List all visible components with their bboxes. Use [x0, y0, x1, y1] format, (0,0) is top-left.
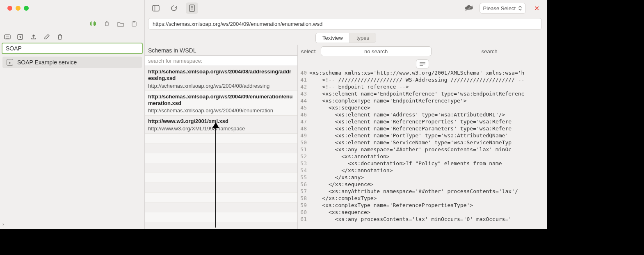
environment-select[interactable]: Please Select: [480, 3, 526, 14]
code-text: <xs:element name='EndpointReference' typ…: [309, 90, 547, 97]
url-bar[interactable]: https://schemas.xmlsoap.org/ws/2004/09/e…: [148, 18, 542, 30]
code-text: </xs:annotation>: [309, 167, 547, 174]
chevron-right-icon[interactable]: ›: [2, 221, 4, 227]
export-icon[interactable]: [30, 34, 37, 40]
code-line: 41 <!-- //////////////////// WS-Addressi…: [298, 76, 547, 83]
code-text: <xs:any namespace='##other' processConte…: [309, 146, 547, 153]
tree-item-service[interactable]: ▸ SOAP Example service: [2, 57, 142, 68]
code-text: <!-- Endpoint reference -->: [309, 83, 547, 90]
environment-select-label: Please Select: [483, 5, 516, 11]
annotation-line: [215, 125, 216, 228]
window-close[interactable]: [7, 6, 12, 11]
empty-row: [145, 163, 297, 173]
schema-row[interactable]: http://schemas.xmlsoap.org/ws/2004/08/ad…: [145, 66, 297, 91]
code-line: 55 </xs:any>: [298, 174, 547, 181]
empty-row: [145, 193, 297, 203]
code-line: 58 </xs:complexType>: [298, 195, 547, 202]
line-number: 53: [298, 160, 309, 167]
schema-row[interactable]: http://schemas.xmlsoap.org/ws/2004/09/en…: [145, 91, 297, 116]
code-view[interactable]: 40<xs:schema xmlns:xs='http://www.w3.org…: [298, 69, 547, 229]
line-number: 60: [298, 209, 309, 216]
schemas-panel: Schemas in WSDL search for namespace: ht…: [145, 45, 298, 229]
types-panel: select: no search search 40<xs:schem: [298, 45, 547, 229]
cloud-offline-icon[interactable]: [465, 5, 474, 11]
close-panel-button[interactable]: ✕: [532, 5, 542, 12]
code-text: <xs:documentation>If "Policy" elements f…: [309, 160, 547, 167]
empty-row: [145, 143, 297, 153]
edit-icon[interactable]: [43, 34, 50, 40]
window-minimize[interactable]: [16, 6, 21, 11]
line-number: 42: [298, 83, 309, 90]
sidebar: SOAP ▸ SOAP Example service ›: [0, 0, 145, 229]
line-number: 56: [298, 181, 309, 188]
schema-list: http://schemas.xmlsoap.org/ws/2004/08/ad…: [145, 66, 297, 229]
empty-row: [145, 134, 297, 143]
schema-url: http://schemas.xmlsoap.org/ws/2004/09/en…: [148, 93, 294, 107]
tab-textview[interactable]: Textview: [316, 33, 349, 43]
empty-row: [145, 222, 297, 229]
line-number: 58: [298, 195, 309, 202]
code-text: <xs:any processContents='lax' minOccurs=…: [309, 216, 547, 223]
select-label: select:: [301, 48, 317, 55]
service-tree: ▸ SOAP Example service: [0, 54, 144, 71]
project-header[interactable]: SOAP: [2, 43, 143, 54]
empty-row: [145, 153, 297, 163]
list-icon[interactable]: [4, 34, 11, 40]
code-line: 49 <xs:element name='PortType' type='wsa…: [298, 132, 547, 139]
svg-rect-1: [106, 21, 107, 22]
code-text: <xs:element name='PortType' type='wsa:At…: [309, 132, 547, 139]
svg-rect-2: [132, 22, 136, 26]
clipboard-icon[interactable]: [131, 21, 137, 27]
code-line: 48 <xs:element name='ReferenceParameters…: [298, 125, 547, 132]
service-icon: ▸: [7, 59, 13, 66]
sidebar-mini-toolbar: [0, 16, 144, 31]
battery-icon[interactable]: [104, 21, 110, 27]
code-text: <xs:anyAttribute namespace='##other' pro…: [309, 188, 547, 195]
code-line: 43 <xs:element name='EndpointReference' …: [298, 90, 547, 97]
empty-row: [145, 183, 297, 193]
code-text: <xs:element name='ReferenceParameters' t…: [309, 125, 547, 132]
search-button[interactable]: search: [436, 48, 544, 55]
line-number: 41: [298, 76, 309, 83]
code-line: 50 <xs:element name='ServiceName' type='…: [298, 139, 547, 146]
project-header-label: SOAP: [6, 45, 22, 52]
sidebar-actions: [0, 31, 144, 43]
empty-row: [145, 173, 297, 183]
svg-rect-0: [105, 22, 108, 26]
empty-row: [145, 203, 297, 212]
schema-namespace: http://www.w3.org/XML/1998/namespace: [148, 125, 294, 132]
schemas-title: Schemas in WSDL: [145, 45, 297, 55]
code-text: <xs:sequence>: [309, 104, 547, 111]
sidebar-toggle-button[interactable]: [150, 2, 162, 14]
import-icon[interactable]: [17, 34, 24, 40]
code-text: <xs:element name='ReferenceProperties' t…: [309, 118, 547, 125]
schema-row[interactable]: http://www.w3.org/2001/xml.xsdhttp://www…: [145, 116, 297, 134]
line-number: 55: [298, 174, 309, 181]
schema-url: http://schemas.xmlsoap.org/ws/2004/08/ad…: [148, 68, 294, 82]
svg-rect-11: [190, 5, 194, 11]
line-number: 48: [298, 125, 309, 132]
tab-types[interactable]: types: [349, 33, 376, 43]
code-line: 42 <!-- Endpoint reference -->: [298, 83, 547, 90]
code-line: 46 <xs:element name='Address' type='wsa:…: [298, 111, 547, 118]
search-button-label: search: [482, 48, 498, 55]
document-view-button[interactable]: [186, 2, 198, 14]
window-controls: [7, 6, 29, 11]
window-maximize[interactable]: [24, 6, 29, 11]
select-input[interactable]: no search: [321, 46, 432, 56]
schema-search-input[interactable]: search for namespace:: [145, 55, 297, 66]
activity-icon[interactable]: [90, 21, 97, 27]
wrap-toggle-button[interactable]: [416, 59, 429, 68]
code-line: 57 <xs:anyAttribute namespace='##other' …: [298, 188, 547, 195]
chevron-updown-icon: [518, 5, 522, 11]
code-line: 44 <xs:complexType name='EndpointReferen…: [298, 97, 547, 104]
line-number: 47: [298, 118, 309, 125]
code-text: </xs:sequence>: [309, 181, 547, 188]
trash-icon[interactable]: [57, 34, 63, 40]
line-number: 61: [298, 216, 309, 223]
refresh-button[interactable]: [168, 2, 180, 14]
folder-icon[interactable]: [117, 21, 124, 27]
svg-rect-3: [133, 21, 135, 23]
line-number: 45: [298, 104, 309, 111]
code-line: 51 <xs:any namespace='##other' processCo…: [298, 146, 547, 153]
